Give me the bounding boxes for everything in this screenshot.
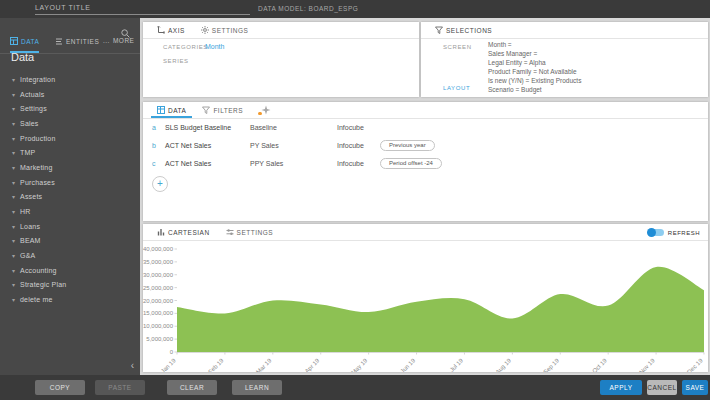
sidebar-item-label: Sales xyxy=(20,120,39,127)
series-label: SERIES xyxy=(163,58,189,64)
tab-label: AXIS xyxy=(168,27,185,34)
sidebar-item-label: Loans xyxy=(20,223,40,230)
sidebar-item-marketing[interactable]: ▾Marketing xyxy=(0,160,140,175)
row-offset-pill[interactable]: Period offset -24 xyxy=(380,158,442,169)
sidebar-item-list: ▾Integration▾Actuals▾Settings▾Sales▾Prod… xyxy=(0,72,140,307)
sidebar-item-g-a[interactable]: ▾G&A xyxy=(0,248,140,263)
table-row[interactable]: bACT Net SalesPY SalesInfocubePrevious y… xyxy=(143,137,708,155)
tab-axis[interactable]: AXIS xyxy=(151,22,191,38)
x-tick-label: Mar 19 xyxy=(255,357,273,372)
sidebar-item-label: Strategic Plan xyxy=(20,281,66,288)
tab-label: DATA xyxy=(168,107,186,114)
sidebar-item-loans[interactable]: ▾Loans xyxy=(0,219,140,234)
sidebar-item-label: Settings xyxy=(20,105,47,112)
add-data-block-button[interactable]: + xyxy=(152,176,168,192)
categories-value-link[interactable]: Month xyxy=(205,43,224,50)
sidebar-tab-more[interactable]: ... MORE xyxy=(103,37,134,49)
sidebar-item-label: Accounting xyxy=(20,267,57,274)
chevron-down-icon: ▾ xyxy=(12,76,15,83)
row-key-label: b xyxy=(152,142,156,149)
sidebar-item-label: delete me xyxy=(20,296,53,303)
sidebar-item-label: Actuals xyxy=(20,91,44,98)
selection-line: Month = xyxy=(488,41,581,50)
sidebar-tab-entities[interactable]: ENTITIES xyxy=(55,37,99,51)
toggle-knob xyxy=(647,228,656,237)
y-tick-label: 5,000,000 xyxy=(146,336,173,342)
chevron-down-icon: ▾ xyxy=(12,164,15,171)
table-row[interactable]: aSLS Budget BaselineBaselineInfocube xyxy=(143,119,708,137)
sidebar-item-sales[interactable]: ▾Sales xyxy=(0,116,140,131)
footer-bar: COPYPASTECLEARLEARN APPLYCANCELSAVE xyxy=(0,375,710,400)
x-tick-label: Sep 19 xyxy=(542,357,560,372)
x-tick-label: Feb 19 xyxy=(207,357,225,372)
chevron-down-icon: ▾ xyxy=(12,208,15,215)
row-source-label: Infocube xyxy=(337,160,364,167)
row-offset-pill[interactable]: Previous year xyxy=(380,140,435,151)
sidebar-item-settings[interactable]: ▾Settings xyxy=(0,101,140,116)
x-tick-label: Oct 19 xyxy=(591,357,608,372)
sidebar-item-production[interactable]: ▾Production xyxy=(0,131,140,146)
row-series-label: PPY Sales xyxy=(250,160,283,167)
chevron-down-icon: ▾ xyxy=(12,135,15,142)
sidebar-item-beam[interactable]: ▾BEAM xyxy=(0,234,140,249)
table-row[interactable]: cACT Net SalesPPY SalesInfocubePeriod of… xyxy=(143,155,708,173)
y-tick-label: 40,000,000 xyxy=(143,246,174,252)
tab-data[interactable]: DATA xyxy=(151,102,192,118)
tab-cartesian[interactable]: CARTESIAN xyxy=(151,224,216,240)
chevron-down-icon: ▾ xyxy=(12,252,15,259)
collapse-sidebar-chevron-icon[interactable]: ‹ xyxy=(131,360,134,371)
axes-panel: AXIS SETTINGS CATEGORIES Month SERIES xyxy=(143,22,419,97)
top-bar: LAYOUT TITLE DATA MODEL: BOARD_ESPG xyxy=(0,0,710,18)
save-button[interactable]: SAVE xyxy=(682,380,708,395)
tab-chart-settings[interactable]: SETTINGS xyxy=(220,224,280,240)
chevron-down-icon: ▾ xyxy=(12,149,15,156)
sidebar-tab-label: DATA xyxy=(21,38,39,45)
y-tick-label: 30,000,000 xyxy=(143,272,174,278)
sidebar-heading: Data xyxy=(11,51,34,63)
chevron-down-icon: ▾ xyxy=(12,223,15,230)
apply-button[interactable]: APPLY xyxy=(600,380,642,395)
row-source-label: Infocube xyxy=(337,142,364,149)
y-tick-label: 10,000,000 xyxy=(143,323,174,329)
chevron-down-icon: ▾ xyxy=(12,179,15,186)
app-window: LAYOUT TITLE DATA MODEL: BOARD_ESPG DATA… xyxy=(0,0,710,400)
row-series-label: PY Sales xyxy=(250,142,279,149)
copy-button[interactable]: COPY xyxy=(35,380,85,395)
x-tick-label: Aug 19 xyxy=(494,357,512,372)
chevron-down-icon: ▾ xyxy=(12,296,15,303)
layout-title-input[interactable]: LAYOUT TITLE xyxy=(35,4,250,15)
sidebar-item-tmp[interactable]: ▾TMP xyxy=(0,145,140,160)
row-key-label: c xyxy=(152,160,156,167)
chevron-down-icon: ▾ xyxy=(12,120,15,127)
table-grid-icon xyxy=(157,106,165,115)
x-tick-label: Jul 19 xyxy=(449,357,465,372)
tab-axes-settings[interactable]: SETTINGS xyxy=(195,22,255,38)
panel-title: SELECTIONS xyxy=(446,27,492,34)
sidebar-item-strategic-plan[interactable]: ▾Strategic Plan xyxy=(0,278,140,293)
refresh-control: REFRESH xyxy=(648,224,700,241)
sidebar-item-delete-me[interactable]: ▾delete me xyxy=(0,292,140,307)
tab-insights[interactable] xyxy=(253,102,279,118)
sidebar-item-purchases[interactable]: ▾Purchases xyxy=(0,175,140,190)
tab-filters[interactable]: FILTERS xyxy=(196,102,249,118)
clear-button[interactable]: CLEAR xyxy=(167,380,217,395)
sidebar-item-integration[interactable]: ▾Integration xyxy=(0,72,140,87)
row-source-label: Infocube xyxy=(337,124,364,131)
chevron-down-icon: ▾ xyxy=(12,281,15,288)
cancel-button[interactable]: CANCEL xyxy=(647,380,677,395)
data-panel-tabs: DATA FILTERS xyxy=(143,102,708,119)
tab-label: CARTESIAN xyxy=(168,229,210,236)
chevron-down-icon: ▾ xyxy=(12,91,15,98)
x-tick-label: Apr 19 xyxy=(304,357,321,372)
refresh-toggle[interactable] xyxy=(648,229,664,236)
layout-link[interactable]: LAYOUT xyxy=(443,85,470,91)
sidebar-item-hr[interactable]: ▾HR xyxy=(0,204,140,219)
learn-button[interactable]: LEARN xyxy=(232,380,282,395)
sidebar-item-assets[interactable]: ▾Assets xyxy=(0,190,140,205)
sidebar-item-label: Purchases xyxy=(20,179,55,186)
sidebar-item-label: Production xyxy=(20,135,55,142)
screen-label: SCREEN xyxy=(443,44,472,50)
sidebar-item-label: Integration xyxy=(20,76,55,83)
sidebar-item-accounting[interactable]: ▾Accounting xyxy=(0,263,140,278)
sidebar-item-actuals[interactable]: ▾Actuals xyxy=(0,87,140,102)
